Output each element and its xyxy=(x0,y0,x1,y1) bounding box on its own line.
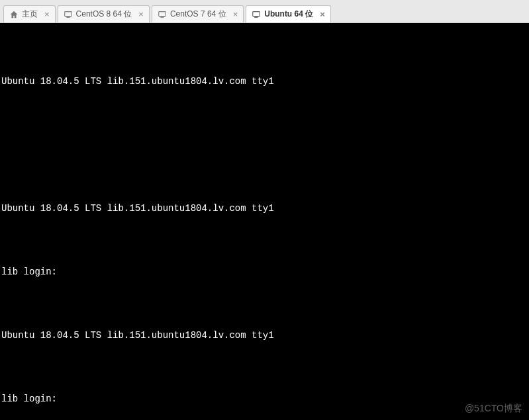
svg-rect-4 xyxy=(253,11,260,16)
terminal-line xyxy=(0,171,529,182)
terminal-line xyxy=(0,140,529,150)
svg-rect-2 xyxy=(159,11,166,16)
vm-icon xyxy=(158,10,167,19)
terminal-line xyxy=(0,108,529,118)
tab-bar: 主页 × CentOS 8 64 位 × CentOS 7 64 位 × Ubu… xyxy=(0,0,529,23)
close-icon[interactable]: × xyxy=(318,10,326,19)
vm-icon xyxy=(252,10,261,19)
close-icon[interactable]: × xyxy=(137,10,145,19)
tab-centos8[interactable]: CentOS 8 64 位 × xyxy=(58,5,150,22)
tab-centos7[interactable]: CentOS 7 64 位 × xyxy=(152,5,244,22)
svg-rect-1 xyxy=(66,17,70,17)
terminal-line: Ubuntu 18.04.5 LTS lib.151.ubuntu1804.lv… xyxy=(0,203,529,214)
close-icon[interactable]: × xyxy=(232,10,240,19)
tab-home[interactable]: 主页 × xyxy=(3,5,56,22)
tab-ubuntu[interactable]: Ubuntu 64 位 × xyxy=(246,5,331,22)
tab-label: 主页 xyxy=(22,9,38,20)
terminal-line xyxy=(0,44,529,55)
close-icon[interactable]: × xyxy=(43,10,51,19)
terminal-line: Ubuntu 18.04.5 LTS lib.151.ubuntu1804.lv… xyxy=(0,330,529,341)
terminal-line xyxy=(0,235,529,245)
tab-label: CentOS 8 64 位 xyxy=(76,9,132,20)
home-icon xyxy=(9,10,19,19)
terminal-line: Ubuntu 18.04.5 LTS lib.151.ubuntu1804.lv… xyxy=(0,76,529,87)
watermark: @51CTO博客 xyxy=(465,403,522,415)
vm-icon xyxy=(64,10,73,19)
tab-label: Ubuntu 64 位 xyxy=(264,9,313,20)
svg-rect-5 xyxy=(255,17,258,17)
terminal-line xyxy=(0,298,529,309)
svg-rect-3 xyxy=(160,17,164,17)
terminal-line: lib login: xyxy=(0,267,529,277)
terminal-line: lib login: xyxy=(0,394,529,404)
tab-label: CentOS 7 64 位 xyxy=(170,9,226,20)
terminal-console[interactable]: Ubuntu 18.04.5 LTS lib.151.ubuntu1804.lv… xyxy=(0,23,529,420)
svg-rect-0 xyxy=(64,11,72,16)
terminal-line xyxy=(0,362,529,372)
